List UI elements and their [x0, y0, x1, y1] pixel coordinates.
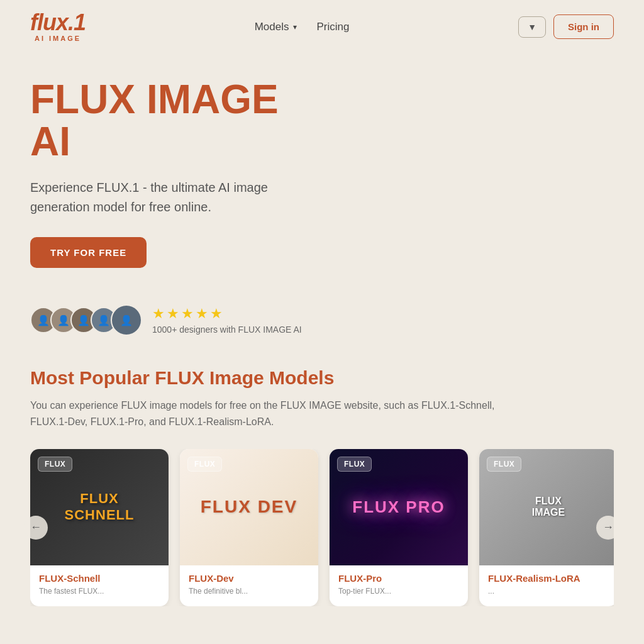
card-title-pro: FLUX-Pro — [338, 573, 459, 584]
chevron-down-icon: ▼ — [528, 22, 536, 32]
logo-text: flux.1 — [30, 11, 86, 34]
card-body-pro: FLUX-Pro Top-tier FLUX... — [330, 565, 468, 607]
model-card-dev[interactable]: FLUX DEV FLUX FLUX-Dev The definitive bl… — [180, 449, 318, 607]
flux-badge: FLUX — [337, 457, 372, 472]
star-rating: ★ ★ ★ ★ ★ — [152, 306, 302, 322]
star-icon: ★ — [181, 306, 194, 322]
hero-description: Experience FLUX.1 - the ultimate AI imag… — [30, 178, 297, 217]
flux-badge: FLUX — [38, 457, 72, 472]
card-title-dev: FLUX-Dev — [189, 573, 309, 584]
logo[interactable]: flux.1 AI IMAGE — [30, 11, 86, 42]
model-card-schnell[interactable]: FLUXSCHNELL FLUX FLUX-Schnell The fastes… — [30, 449, 169, 607]
try-for-free-button[interactable]: TRY FOR FREE — [30, 237, 147, 268]
nav-pricing[interactable]: Pricing — [317, 21, 350, 33]
chevron-down-icon: ▾ — [293, 23, 297, 31]
hero-title: FLUX IMAGE AI — [30, 79, 297, 163]
nav-models[interactable]: Models ▾ — [255, 21, 297, 33]
card-image-schnell: FLUXSCHNELL FLUX — [30, 449, 169, 565]
carousel-prev-button[interactable]: ← — [24, 516, 48, 540]
main-nav: Models ▾ Pricing — [255, 21, 350, 33]
card-subtitle-schnell: The fastest FLUX... — [39, 586, 160, 597]
card-image-text: FLUXSCHNELL — [65, 491, 135, 524]
models-section-description: You can experience FLUX image models for… — [30, 397, 533, 430]
card-image-text: FLUXIMAGE — [532, 496, 565, 518]
star-icon: ★ — [167, 306, 179, 322]
language-button[interactable]: ▼ — [518, 16, 546, 38]
model-card-realism[interactable]: FLUXIMAGE FLUX FLUX-Realism-LoRA ... — [479, 449, 614, 607]
social-proof-text: 1000+ designers with FLUX IMAGE AI — [152, 325, 302, 335]
social-proof: 👤 👤 👤 👤 👤 ★ ★ ★ ★ ★ 1000+ designers with… — [0, 304, 644, 336]
sign-in-button[interactable]: Sign in — [553, 14, 614, 39]
flux-badge: FLUX — [487, 457, 521, 472]
star-icon: ★ — [210, 306, 223, 322]
models-section-title: Most Popular FLUX Image Models — [30, 367, 614, 389]
card-image-realism: FLUXIMAGE FLUX — [479, 449, 614, 565]
card-subtitle-pro: Top-tier FLUX... — [338, 586, 459, 597]
flux-badge: FLUX — [187, 457, 222, 472]
hero-content: FLUX IMAGE AI Experience FLUX.1 - the ul… — [0, 53, 327, 287]
hero-title-line1: FLUX IMAGE — [30, 77, 279, 122]
avatar-group: 👤 👤 👤 👤 👤 — [30, 304, 142, 336]
card-image-pro: FLUX PRO FLUX — [330, 449, 468, 565]
card-body-dev: FLUX-Dev The definitive bl... — [180, 565, 318, 607]
site-header: flux.1 AI IMAGE Models ▾ Pricing ▼ Sign … — [0, 0, 644, 53]
card-body-schnell: FLUX-Schnell The fastest FLUX... — [30, 565, 169, 607]
card-subtitle-realism: ... — [488, 586, 609, 597]
card-image-text: FLUX PRO — [352, 497, 445, 517]
card-image-text: FLUX DEV — [201, 497, 297, 517]
star-icon: ★ — [152, 306, 165, 322]
card-image-dev: FLUX DEV FLUX — [180, 449, 318, 565]
card-body-realism: FLUX-Realism-LoRA ... — [479, 565, 614, 607]
model-card-pro[interactable]: FLUX PRO FLUX FLUX-Pro Top-tier FLUX... — [330, 449, 468, 607]
card-title-schnell: FLUX-Schnell — [39, 573, 160, 584]
logo-subtitle: AI IMAGE — [30, 35, 86, 42]
card-subtitle-dev: The definitive bl... — [189, 586, 309, 597]
card-title-realism: FLUX-Realism-LoRA — [488, 573, 609, 584]
models-section: Most Popular FLUX Image Models You can e… — [0, 336, 644, 625]
hero-title-line2: AI — [30, 119, 70, 164]
header-actions: ▼ Sign in — [518, 14, 614, 39]
cards-row: FLUXSCHNELL FLUX FLUX-Schnell The fastes… — [30, 449, 614, 607]
hero-section: FLUX IMAGE AI Experience FLUX.1 - the ul… — [0, 53, 644, 336]
model-carousel: ← FLUXSCHNELL FLUX FLUX-Schnell The fast… — [30, 449, 614, 607]
rating-area: ★ ★ ★ ★ ★ 1000+ designers with FLUX IMAG… — [152, 306, 302, 335]
models-label: Models — [255, 21, 289, 33]
star-icon: ★ — [196, 306, 208, 322]
carousel-next-button[interactable]: → — [596, 516, 620, 540]
avatar: 👤 — [111, 304, 142, 336]
